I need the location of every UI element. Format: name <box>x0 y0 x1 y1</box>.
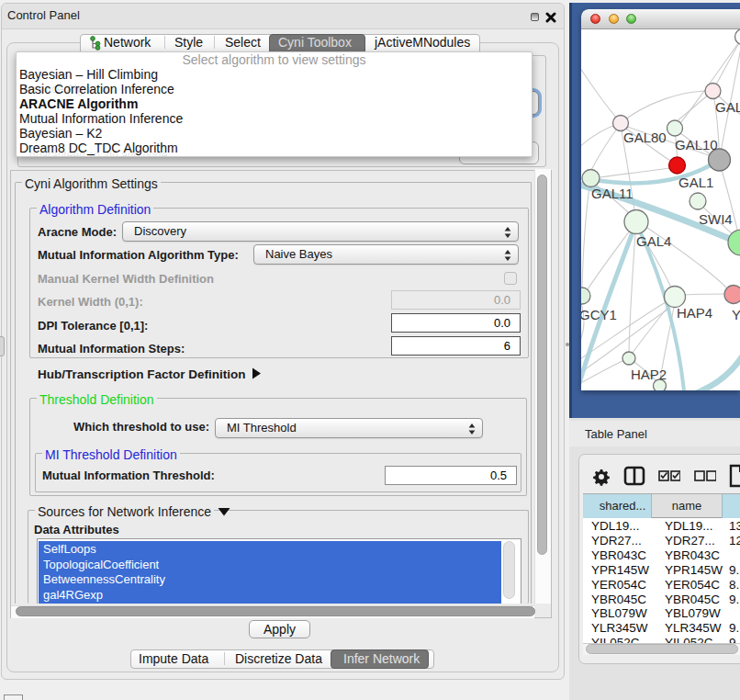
svg-text:YE: YE <box>732 307 740 322</box>
svg-text:GAL7: GAL7 <box>715 99 740 115</box>
svg-text:GAL4: GAL4 <box>636 233 671 249</box>
svg-text:GAL1: GAL1 <box>678 175 713 190</box>
svg-text:GAL11: GAL11 <box>591 186 633 201</box>
svg-text:HAP4: HAP4 <box>677 305 712 321</box>
svg-text:HAP2: HAP2 <box>631 367 667 382</box>
svg-text:GAL10: GAL10 <box>675 137 718 152</box>
svg-text:GCY1: GCY1 <box>581 307 617 322</box>
svg-text:GAL80: GAL80 <box>623 130 667 145</box>
svg-text:SWI4: SWI4 <box>699 211 733 227</box>
